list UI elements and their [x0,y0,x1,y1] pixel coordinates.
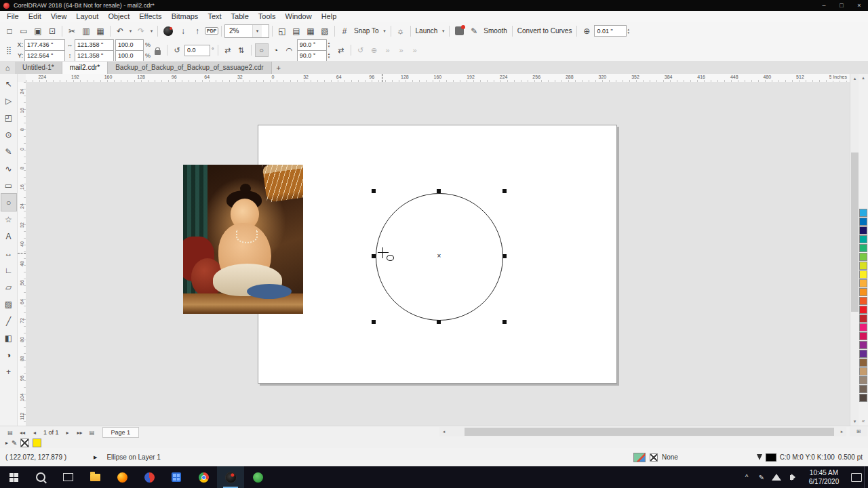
selection-handle[interactable] [372,320,376,324]
import-icon[interactable]: ↓ [176,24,190,38]
overflow-chevron-icon[interactable]: » [382,44,394,56]
color-swatch[interactable] [859,332,867,340]
menu-item[interactable]: Tools [254,11,281,22]
convert-to-curves-label[interactable]: Convert to Curves [515,27,574,35]
color-swatch[interactable] [859,306,867,314]
flyout-arrow-icon[interactable]: ▸ [5,440,8,446]
nudge-distance-input[interactable] [594,25,627,37]
snap-icon[interactable]: # [338,24,351,38]
action-center-button[interactable] [849,466,864,488]
volume-icon[interactable] [784,466,799,488]
nudge-spinner[interactable]: ▴▾ [627,28,633,35]
color-swatch[interactable] [859,270,867,279]
chrome-button[interactable] [190,466,217,488]
smart-fill-tool[interactable]: ◑ [1,346,16,363]
spin-down-icon[interactable]: ▾ [328,56,334,59]
color-swatch[interactable] [859,376,867,384]
menu-item[interactable]: Effects [134,11,166,22]
transparency-tool[interactable]: ▨ [1,296,16,312]
color-swatch[interactable] [859,359,867,367]
menu-item[interactable]: Edit [24,11,46,22]
menu-item[interactable]: Object [103,11,134,22]
show-rulers-icon[interactable]: ▤ [290,24,303,38]
menu-item[interactable]: File [2,11,24,22]
start-angle-spinner[interactable]: ▴▾ [328,41,334,48]
drawing-canvas[interactable]: × [26,82,850,426]
menu-item[interactable]: View [46,11,72,22]
pie-mode-button[interactable]: ◔ [270,44,282,56]
rotation-angle-input[interactable] [184,45,210,56]
artistic-media-tool[interactable]: ∿ [1,160,16,177]
selection-handle[interactable] [437,320,441,324]
home-icon[interactable]: ⌂ [0,62,15,74]
color-swatch[interactable] [859,341,867,349]
new-document-icon[interactable]: □ [3,24,16,38]
color-swatch[interactable] [859,367,867,375]
chevron-down-icon[interactable]: ▾ [252,25,262,37]
close-button[interactable]: × [850,0,868,11]
selection-handle[interactable] [502,320,507,324]
zoom-tool[interactable]: ⊙ [1,126,16,143]
toolbox-customize-button[interactable]: + [1,363,16,380]
color-swatch[interactable] [859,209,867,217]
search-button[interactable] [27,466,54,488]
overflow-chevron-icon[interactable]: » [395,44,408,56]
play-arrow-icon[interactable]: ▶ [94,455,97,460]
position-grid-icon[interactable]: ⣿ [3,44,15,56]
snap-to-dropdown-icon[interactable]: ▾ [382,24,388,38]
movies-app-button[interactable] [163,466,190,488]
color-swatch[interactable] [859,244,867,252]
save-icon[interactable]: ▣ [31,24,45,38]
menu-item[interactable]: Help [317,11,342,22]
arc-mode-button[interactable]: ◠ [283,44,296,56]
photopaint-button[interactable] [244,466,271,488]
object-y-input[interactable] [24,50,65,62]
color-swatch[interactable] [859,297,867,305]
cut-icon[interactable]: ✂ [65,24,79,38]
smooth-label[interactable]: Smooth [481,27,509,35]
color-swatch[interactable] [859,350,867,358]
parallel-dimension-tool[interactable]: ↔ [1,245,16,262]
spin-down-icon[interactable]: ▾ [328,45,334,48]
object-width-input[interactable] [75,39,114,51]
menu-item[interactable]: Bitmaps [167,11,203,22]
object-x-input[interactable] [24,39,65,51]
menu-item[interactable]: Window [281,11,317,22]
ellipse-mode-button[interactable]: ○ [255,43,269,57]
selection-handle[interactable] [502,189,507,193]
document-tab[interactable]: mail2.cdr* [62,62,108,74]
undo-dropdown-icon[interactable]: ▾ [127,24,134,38]
scale-y-input[interactable] [115,50,144,62]
selection-handle[interactable] [502,254,507,258]
color-swatch[interactable] [859,314,867,323]
add-page-icon[interactable]: ▤ [86,430,98,436]
firefox-button[interactable] [108,466,136,488]
zoom-level-combo[interactable]: 2% ▾ [224,24,269,38]
document-tab[interactable]: Backup_of_Backup_of_Backup_of_sasuage2.c… [108,62,272,74]
vertical-scrollbar[interactable]: ▴ ▾ [850,74,859,426]
text-tool[interactable]: A [1,228,16,245]
media-app-button[interactable] [136,466,163,488]
coreldraw-button[interactable] [217,466,244,488]
shape-tool[interactable]: ▷ [1,92,16,109]
options-gear-icon[interactable]: ☼ [394,24,408,38]
show-grid-icon[interactable]: ▦ [304,24,317,38]
next-page-icon[interactable]: ▸ [62,430,74,436]
smooth-pencil-icon[interactable]: ✎ [467,24,481,38]
freehand-tool[interactable]: ✎ [1,143,16,160]
page-tab[interactable]: Page 1 [102,427,140,438]
overflow-chevron-icon[interactable]: » [409,44,421,56]
color-swatch[interactable] [859,288,867,296]
paste-icon[interactable]: ▦ [94,24,107,38]
undo-icon[interactable]: ↶ [113,24,127,38]
eyedropper-icon[interactable]: ✎ [12,439,17,447]
polygon-tool[interactable]: ☆ [1,211,16,228]
open-icon[interactable]: ▭ [17,24,31,38]
spin-down-icon[interactable]: ▾ [627,31,633,35]
start-button[interactable] [0,466,27,488]
end-angle-spinner[interactable]: ▴▾ [328,52,334,59]
interactive-fill-tool[interactable]: ◧ [1,329,16,346]
menu-item[interactable]: Table [226,11,254,22]
minimize-button[interactable]: – [815,0,833,11]
rectangle-tool[interactable]: ▭ [1,177,16,194]
